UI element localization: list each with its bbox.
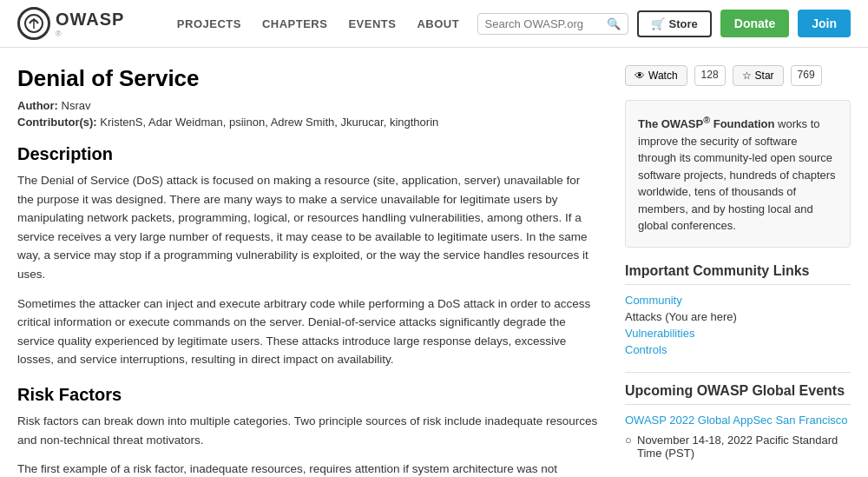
search-input[interactable] xyxy=(485,17,607,30)
owasp-info-box: The OWASP® Foundation works to improve t… xyxy=(625,100,851,248)
description-p2: Sometimes the attacker can inject and ex… xyxy=(17,295,599,369)
community-links-section: Important Community Links Community Atta… xyxy=(625,263,851,356)
contributors-names: KristenS, Adar Weidman, psiinon, Adrew S… xyxy=(100,116,438,129)
controls-link[interactable]: Controls xyxy=(625,343,851,356)
community-link[interactable]: Community xyxy=(625,294,851,307)
store-button[interactable]: 🛒 Store xyxy=(637,10,712,37)
risk-p1: Risk factors can break down into multipl… xyxy=(17,412,599,449)
risk-heading: Risk Factors xyxy=(17,385,599,405)
sidebar: 👁 Watch 128 ☆ Star 769 The OWASP® Founda… xyxy=(625,65,851,477)
logo-icon xyxy=(17,7,50,40)
search-box: 🔍 xyxy=(477,13,628,35)
eye-icon: 👁 xyxy=(635,70,645,82)
watch-star-bar: 👁 Watch 128 ☆ Star 769 xyxy=(625,65,851,86)
attacks-current: Attacks (You are here) xyxy=(625,310,851,323)
cart-icon: 🛒 xyxy=(651,17,665,30)
community-links-heading: Important Community Links xyxy=(625,263,851,285)
owasp-info-text: works to improve the security of softwar… xyxy=(638,117,836,232)
event-link[interactable]: OWASP 2022 Global AppSec San Francisco xyxy=(625,414,851,427)
star-count: 769 xyxy=(791,65,822,86)
logo-sub: ® xyxy=(56,30,124,38)
page-title: Denial of Service xyxy=(17,65,599,92)
vulnerabilities-link[interactable]: Vulnerabilities xyxy=(625,327,851,340)
events-heading: Upcoming OWASP Global Events xyxy=(625,383,851,405)
author-name: Nsrav xyxy=(62,99,91,112)
main-nav: PROJECTS CHAPTERS EVENTS ABOUT xyxy=(159,17,477,30)
author-label: Author: xyxy=(17,99,58,112)
star-icon: ☆ xyxy=(742,70,752,82)
donate-button[interactable]: Donate xyxy=(720,10,789,37)
upcoming-events-section: Upcoming OWASP Global Events OWASP 2022 … xyxy=(625,383,851,460)
join-button[interactable]: Join xyxy=(798,10,851,37)
watch-button[interactable]: 👁 Watch xyxy=(625,65,687,86)
contributors-line: Contributor(s): KristenS, Adar Weidman, … xyxy=(17,116,599,129)
search-icon: 🔍 xyxy=(607,17,621,30)
watch-count: 128 xyxy=(694,65,726,86)
sidebar-divider xyxy=(625,372,851,373)
logo[interactable]: OWASP ® xyxy=(17,7,124,40)
main-container: Denial of Service Author: Nsrav Contribu… xyxy=(0,48,868,477)
header: OWASP ® PROJECTS CHAPTERS EVENTS ABOUT 🔍… xyxy=(0,0,868,48)
owasp-brand: The OWASP® Foundation xyxy=(638,117,774,130)
description-p1: The Denial of Service (DoS) attack is fo… xyxy=(17,171,599,284)
article-content: Denial of Service Author: Nsrav Contribu… xyxy=(17,65,599,477)
description-heading: Description xyxy=(17,144,599,164)
nav-events[interactable]: EVENTS xyxy=(348,17,396,30)
author-line: Author: Nsrav xyxy=(17,99,599,112)
risk-p2: The first example of a risk factor, inad… xyxy=(17,460,599,477)
logo-text: OWASP xyxy=(56,10,124,29)
star-button[interactable]: ☆ Star xyxy=(733,65,784,86)
contributors-label: Contributor(s): xyxy=(17,116,97,129)
header-actions: 🔍 🛒 Store Donate Join xyxy=(477,10,851,37)
event-date: November 14-18, 2022 Pacific Standard Ti… xyxy=(625,434,851,460)
nav-about[interactable]: ABOUT xyxy=(417,17,459,30)
nav-projects[interactable]: PROJECTS xyxy=(177,17,241,30)
nav-chapters[interactable]: CHAPTERS xyxy=(262,17,328,30)
